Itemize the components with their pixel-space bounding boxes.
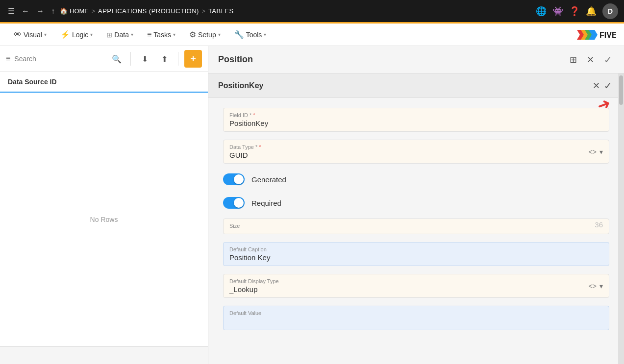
- tables-label[interactable]: TABLES: [208, 7, 234, 15]
- positionkey-header: PositionKey ✕ ✓: [208, 73, 624, 98]
- right-panel: Position ⊞ ✕ ✓ PositionKey ✕ ✓ ➜ Field I…: [208, 46, 624, 364]
- display-type-dropdown-icon[interactable]: ▾: [599, 282, 603, 290]
- form-area: Field ID * PositionKey Data Type * GUID …: [208, 98, 624, 364]
- top-nav: ☰ ← → ↑ 🏠 HOME > APPLICATIONS (PRODUCTIO…: [0, 0, 624, 24]
- position-title: Position: [218, 54, 562, 65]
- close-positionkey-button[interactable]: ✕: [591, 78, 602, 93]
- nav-visual[interactable]: 👁 Visual ▾: [8, 26, 52, 43]
- up-arrow-icon[interactable]: ↑: [49, 5, 57, 18]
- home-nav-item[interactable]: 🏠 HOME: [60, 7, 89, 15]
- forward-arrow-icon[interactable]: →: [34, 5, 46, 18]
- sidebar-divider: [130, 52, 131, 66]
- breadcrumb-sep-2: >: [202, 8, 205, 15]
- download-button[interactable]: ⬇: [137, 51, 152, 67]
- back-arrow-icon[interactable]: ←: [20, 5, 31, 18]
- generated-toggle-row: Generated: [223, 171, 609, 187]
- field-id-label: Field ID *: [229, 112, 603, 118]
- visual-icon: 👁: [14, 30, 22, 39]
- nav-logic[interactable]: ⚡ Logic ▾: [54, 26, 99, 43]
- tasks-arrow: ▾: [173, 32, 175, 37]
- help-icon[interactable]: ❓: [569, 6, 580, 17]
- tasks-icon: ≡: [147, 30, 151, 39]
- left-sidebar: ≡ 🔍 ⬇ ⬆ + Data Source ID No Rows: [0, 46, 208, 364]
- dropdown-icon[interactable]: ▾: [599, 148, 603, 156]
- data-arrow: ▾: [131, 32, 133, 37]
- default-value-label: Default Value: [229, 310, 603, 316]
- search-button[interactable]: 🔍: [109, 51, 125, 67]
- field-id-wrapper: Field ID * PositionKey: [223, 108, 609, 132]
- sidebar-content: No Rows: [0, 93, 208, 346]
- size-label: Size: [229, 223, 603, 229]
- scroll-thumb[interactable]: [619, 75, 623, 105]
- required-label: Required: [251, 199, 281, 207]
- position-header: Position ⊞ ✕ ✓: [208, 46, 624, 73]
- confirm-positionkey-button[interactable]: ✓: [602, 78, 614, 94]
- default-display-type-wrapper: Default Display Type _Lookup <> ▾: [223, 274, 609, 298]
- visual-label: Visual: [24, 31, 42, 39]
- data-icon: ⊞: [106, 31, 112, 39]
- sidebar-header: Data Source ID: [0, 72, 208, 93]
- generated-toggle[interactable]: [223, 173, 245, 185]
- breadcrumb-sep-1: >: [92, 8, 95, 15]
- default-caption-wrapper: Default Caption Position Key: [223, 242, 609, 266]
- nav-tools[interactable]: 🔧 Tools ▾: [228, 26, 273, 43]
- required-toggle[interactable]: [223, 197, 245, 209]
- avatar[interactable]: D: [602, 3, 618, 19]
- default-display-type-label: Default Display Type: [229, 278, 603, 284]
- sidebar-divider-2: [178, 52, 178, 66]
- size-value: 36: [595, 220, 603, 229]
- data-type-value: GUID: [229, 151, 603, 159]
- default-caption-value: Position Key: [229, 253, 603, 262]
- data-type-actions: <> ▾: [589, 148, 603, 156]
- tools-icon: 🔧: [234, 30, 244, 39]
- positionkey-title: PositionKey: [218, 81, 591, 90]
- tools-arrow: ▾: [264, 32, 266, 37]
- display-type-actions: <> ▾: [589, 282, 603, 290]
- size-wrapper: Size 36: [223, 218, 609, 234]
- setup-icon: ⚙: [189, 30, 196, 39]
- code-icon[interactable]: <>: [589, 148, 597, 156]
- nav-data[interactable]: ⊞ Data ▾: [100, 27, 139, 43]
- confirm-panel-button[interactable]: ✓: [602, 52, 614, 68]
- bell-icon[interactable]: 🔔: [586, 6, 597, 17]
- main-layout: ≡ 🔍 ⬇ ⬆ + Data Source ID No Rows Positio…: [0, 46, 624, 364]
- logic-arrow: ▾: [90, 32, 93, 37]
- applications-label[interactable]: APPLICATIONS (PRODUCTION): [98, 7, 199, 15]
- search-input[interactable]: [14, 55, 105, 63]
- globe-icon[interactable]: 🌐: [536, 6, 547, 17]
- data-source-id-label: Data Source ID: [8, 78, 57, 86]
- close-panel-button[interactable]: ✕: [585, 52, 596, 67]
- nav-setup[interactable]: ⚙ Setup ▾: [183, 26, 226, 43]
- visual-arrow: ▾: [44, 32, 47, 37]
- default-display-type-value: _Lookup: [229, 285, 603, 293]
- no-rows-text: No Rows: [90, 216, 118, 223]
- hamburger-icon[interactable]: ☰: [6, 4, 17, 18]
- field-id-value: PositionKey: [229, 119, 603, 127]
- grid-icon[interactable]: ⊞: [568, 52, 579, 67]
- default-caption-label: Default Caption: [229, 246, 603, 252]
- data-type-label: Data Type *: [229, 144, 603, 150]
- top-nav-left: ☰ ← → ↑ 🏠 HOME > APPLICATIONS (PRODUCTIO…: [6, 4, 532, 18]
- sidebar-footer: [0, 346, 208, 364]
- display-type-code-icon[interactable]: <>: [589, 282, 597, 290]
- logic-label: Logic: [72, 31, 88, 39]
- upload-button[interactable]: ⬆: [156, 51, 172, 67]
- add-button[interactable]: +: [184, 50, 202, 68]
- bot-icon[interactable]: 👾: [552, 6, 563, 17]
- required-toggle-row: Required: [223, 195, 609, 211]
- top-nav-right: 🌐 👾 ❓ 🔔 D: [536, 3, 618, 19]
- search-input-wrapper: [14, 55, 105, 63]
- data-label: Data: [114, 31, 129, 39]
- nav-tasks[interactable]: ≡ Tasks ▾: [141, 26, 181, 43]
- tasks-label: Tasks: [153, 31, 171, 39]
- data-type-wrapper: Data Type * GUID <> ▾: [223, 140, 609, 164]
- default-value-wrapper: Default Value: [223, 306, 609, 330]
- scrollbar[interactable]: [618, 73, 624, 364]
- logic-icon: ⚡: [60, 30, 70, 39]
- five-logo: FIVE: [577, 28, 616, 42]
- breadcrumb: 🏠 HOME > APPLICATIONS (PRODUCTION) > TAB…: [60, 7, 234, 15]
- home-label: HOME: [70, 7, 89, 15]
- filter-icon[interactable]: ≡: [6, 54, 10, 63]
- setup-arrow: ▾: [218, 32, 221, 37]
- home-icon: 🏠: [60, 7, 68, 15]
